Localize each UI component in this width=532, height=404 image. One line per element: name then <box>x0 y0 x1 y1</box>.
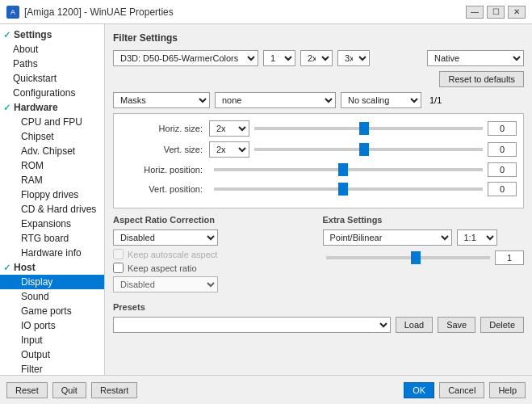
reset-defaults-button[interactable]: Reset to defaults <box>439 71 524 87</box>
extra-slider-thumb[interactable] <box>411 251 421 264</box>
cancel-button[interactable]: Cancel <box>439 382 484 398</box>
extra-title: Extra Settings <box>323 215 525 225</box>
window-title: [Amiga 1200] - WinUAE Properties <box>24 6 174 18</box>
sidebar-label-expansions: Expansions <box>21 218 71 229</box>
help-button[interactable]: Help <box>489 382 526 398</box>
reset-button[interactable]: Reset <box>6 382 48 398</box>
sidebar-label-hwinfo: Hardware info <box>21 247 82 259</box>
bottom-columns: Aspect Ratio Correction DisabledEnabled … <box>113 215 524 296</box>
vert-size-label: Vert. size: <box>120 145 209 154</box>
keep-autoscale-check[interactable] <box>113 249 124 259</box>
sidebar-label-host: Host <box>14 262 36 273</box>
sidebar-item-sound[interactable]: Sound <box>0 289 104 304</box>
sidebar-item-expansions[interactable]: Expansions <box>0 217 104 231</box>
extra-slider-track <box>326 256 491 259</box>
sidebar-item-display[interactable]: Display <box>0 275 104 289</box>
scale-ratio: 1/1 <box>426 95 442 105</box>
sidebar-label-output: Output <box>21 349 50 360</box>
vert-size-row: Vert. size: 2x3x <box>120 141 517 158</box>
horiz-size-thumb[interactable] <box>359 122 369 135</box>
mult2-select[interactable]: 2x3x <box>300 50 333 66</box>
vert-size-track <box>254 148 483 151</box>
minimize-button[interactable]: — <box>466 6 484 19</box>
close-button[interactable]: ✕ <box>508 6 526 19</box>
vert-pos-label: Vert. position: <box>120 184 209 194</box>
mult1-select[interactable]: 1 *2 * <box>263 50 295 66</box>
sidebar-label-gameports: Game ports <box>21 305 72 317</box>
horiz-size-select[interactable]: 2x3x <box>209 120 249 137</box>
extra-col: Extra Settings Point/Bilinear 1:11:2 <box>323 215 525 296</box>
sidebar-label-cd: CD & Hard drives <box>21 204 96 215</box>
ok-button[interactable]: OK <box>404 382 434 398</box>
sidebar-item-input[interactable]: Input <box>0 333 104 347</box>
presets-section: Presets Load Save Delete <box>113 302 524 333</box>
disabled2-select[interactable]: Disabled <box>113 276 218 292</box>
vert-pos-value[interactable] <box>488 182 517 196</box>
sidebar-item-quickstart[interactable]: Quickstart <box>0 71 104 86</box>
sidebar-item-configurations[interactable]: Configurations <box>0 86 104 100</box>
sidebar-label-hardware: Hardware <box>14 102 58 113</box>
delete-button[interactable]: Delete <box>480 317 524 333</box>
aspect-select[interactable]: DisabledEnabled <box>113 229 218 246</box>
save-button[interactable]: Save <box>438 317 475 333</box>
aspect-title: Aspect Ratio Correction <box>113 215 315 225</box>
sidebar-label-quickstart: Quickstart <box>13 73 57 84</box>
d3d-select[interactable]: D3D: D50-D65-WarmerColors <box>113 50 258 66</box>
sidebar-item-about[interactable]: About <box>0 42 104 57</box>
mult3-select[interactable]: 3x4x <box>337 50 370 66</box>
sidebar-item-chipset[interactable]: Chipset <box>0 129 104 144</box>
sidebar-label-paths: Paths <box>13 58 38 69</box>
sidebar-item-gameports[interactable]: Game ports <box>0 304 104 318</box>
sidebar-item-floppy[interactable]: Floppy drives <box>0 187 104 202</box>
horiz-size-row: Horiz. size: 2x3x <box>120 120 517 137</box>
scale-select[interactable]: No scalingStretch <box>341 92 421 108</box>
sidebar-item-rom[interactable]: ROM <box>0 158 104 173</box>
keep-aspect-check[interactable] <box>113 263 124 273</box>
horiz-pos-value[interactable] <box>488 162 517 177</box>
sidebar-item-paths[interactable]: Paths <box>0 57 104 71</box>
vert-size-thumb[interactable] <box>359 143 369 156</box>
vert-size-select[interactable]: 2x3x <box>209 141 249 158</box>
extra-filter-row: Point/Bilinear 1:11:2 <box>323 229 525 246</box>
quit-button[interactable]: Quit <box>52 382 86 398</box>
filter-row-2: Masks none No scalingStretch 1/1 <box>113 92 524 108</box>
load-button[interactable]: Load <box>396 317 433 333</box>
sidebar-item-cpu[interactable]: CPU and FPU <box>0 115 104 129</box>
extra-slider-value[interactable] <box>495 250 524 265</box>
sidebar-item-output[interactable]: Output <box>0 347 104 362</box>
maximize-button[interactable]: ☐ <box>487 6 505 19</box>
sidebar-item-settings[interactable]: ✓ Settings <box>0 27 104 42</box>
sidebar-label-configurations: Configurations <box>13 87 75 99</box>
none-select[interactable]: none <box>215 92 336 108</box>
horiz-size-value[interactable] <box>488 121 517 136</box>
sidebar-label-input: Input <box>21 335 43 346</box>
horiz-size-track <box>254 127 483 130</box>
extra-ratio-select[interactable]: 1:11:2 <box>457 229 497 246</box>
keep-aspect-label: Keep aspect ratio <box>128 263 197 273</box>
sidebar-item-filter[interactable]: Filter <box>0 362 104 375</box>
horiz-pos-row: Horiz. position: <box>120 162 517 177</box>
sliders-panel: Horiz. size: 2x3x Vert. size: 2x3x <box>113 113 524 208</box>
horiz-pos-thumb[interactable] <box>338 163 348 176</box>
sidebar-item-ram[interactable]: RAM <box>0 173 104 187</box>
presets-select[interactable] <box>113 317 391 333</box>
checkmark-icon: ✓ <box>3 30 10 40</box>
sidebar-item-hardware[interactable]: ✓ Hardware <box>0 100 104 115</box>
sidebar-item-host[interactable]: ✓ Host <box>0 260 104 275</box>
vert-size-value[interactable] <box>488 142 517 157</box>
sidebar-label-chipset: Chipset <box>21 131 54 142</box>
extra-filter-select[interactable]: Point/Bilinear <box>323 229 452 246</box>
checkmark-icon2: ✓ <box>3 103 10 113</box>
restart-button[interactable]: Restart <box>91 382 137 398</box>
sidebar-item-adv-chipset[interactable]: Adv. Chipset <box>0 144 104 158</box>
aspect-col: Aspect Ratio Correction DisabledEnabled … <box>113 215 315 296</box>
sidebar-item-rtg[interactable]: RTG board <box>0 231 104 246</box>
native-select[interactable]: NativeDirectDraw <box>427 50 524 66</box>
mask-select[interactable]: Masks <box>113 92 210 108</box>
vert-pos-thumb[interactable] <box>338 183 348 196</box>
bottom-bar-left: Reset Quit Restart <box>6 382 137 398</box>
sidebar-item-io[interactable]: IO ports <box>0 318 104 333</box>
sidebar-item-hwinfo[interactable]: Hardware info <box>0 246 104 260</box>
sidebar-item-cd[interactable]: CD & Hard drives <box>0 202 104 217</box>
app-icon: A <box>6 6 19 19</box>
